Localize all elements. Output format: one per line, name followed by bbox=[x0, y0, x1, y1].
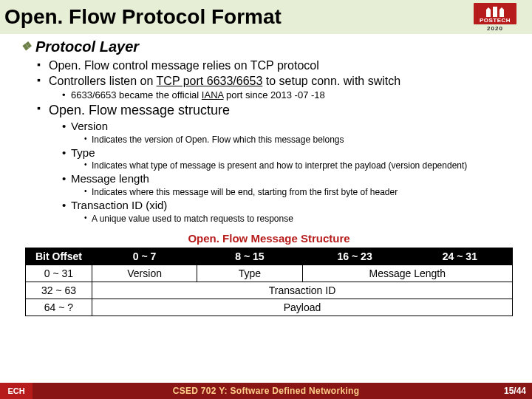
table-row: 32 ~ 63 Transaction ID bbox=[26, 282, 513, 299]
underlined-text: TCP port 6633/6653 bbox=[157, 75, 263, 87]
table-row: 0 ~ 31 Version Type Message Length bbox=[26, 265, 513, 282]
logo-year: 2020 bbox=[487, 25, 503, 32]
footer-bar: ECH CSED 702 Y: Software Defined Network… bbox=[0, 383, 532, 399]
list-item: Controllers listen on TCP port 6633/6653… bbox=[37, 74, 517, 101]
list-item: Indicates where this message will be end… bbox=[84, 187, 517, 198]
logo-badge: POSTECH bbox=[474, 3, 516, 24]
bullet-list-level2: Version Indicates the version of Open. F… bbox=[49, 120, 517, 225]
list-item: Message length Indicates where this mess… bbox=[62, 172, 517, 198]
bullet-list-level3: Indicates where this message will be end… bbox=[71, 187, 517, 198]
underlined-text: IANA bbox=[202, 89, 224, 100]
text: Message length bbox=[71, 172, 149, 185]
table-header: 16 ~ 23 bbox=[302, 248, 407, 265]
table-header: Bit Offset bbox=[26, 248, 92, 265]
section-title: Protocol Layer bbox=[35, 38, 139, 55]
message-structure-table: Bit Offset 0 ~ 7 8 ~ 15 16 ~ 23 24 ~ 31 … bbox=[25, 248, 513, 316]
table-cell: 64 ~ ? bbox=[26, 299, 92, 316]
text: to setup conn. with switch bbox=[262, 75, 400, 87]
content-area: ❖ Protocol Layer Open. Flow control mess… bbox=[0, 34, 532, 316]
table-title: Open. Flow Message Structure bbox=[21, 232, 517, 245]
text: Transaction ID (xid) bbox=[71, 199, 167, 211]
bullet-list-level1: Open. Flow control message relies on TCP… bbox=[21, 58, 517, 225]
footer-page-number: 15/44 bbox=[504, 386, 526, 396]
bullet-list-level3: Indicates the version of Open. Flow whic… bbox=[71, 134, 517, 146]
text: 6633/6653 became the official bbox=[71, 89, 202, 100]
table-cell: Message Length bbox=[302, 265, 513, 282]
bullet-list-level3: A unique value used to match requests to… bbox=[71, 214, 517, 225]
text: Version bbox=[71, 120, 108, 132]
text: Controllers listen on bbox=[49, 75, 157, 87]
list-item: Open. Flow control message relies on TCP… bbox=[37, 58, 517, 73]
table-header: 24 ~ 31 bbox=[407, 248, 512, 265]
table-row: 64 ~ ? Payload bbox=[26, 299, 513, 316]
text: Type bbox=[71, 146, 95, 159]
list-item: Type Indicates what type of message is p… bbox=[62, 146, 517, 172]
list-item: Open. Flow message structure Version Ind… bbox=[37, 102, 517, 225]
table-cell: 0 ~ 31 bbox=[26, 265, 92, 282]
bullet-list-level3: Indicates what type of message is presen… bbox=[71, 160, 517, 171]
slide-title: Open. Flow Protocol Format bbox=[4, 5, 282, 29]
table-cell: Payload bbox=[92, 299, 513, 316]
table-cell: Transaction ID bbox=[92, 282, 513, 299]
diamond-icon: ❖ bbox=[21, 39, 31, 53]
table-header-row: Bit Offset 0 ~ 7 8 ~ 15 16 ~ 23 24 ~ 31 bbox=[26, 248, 513, 265]
list-item: A unique value used to match requests to… bbox=[84, 214, 517, 225]
list-item: Transaction ID (xid) A unique value used… bbox=[62, 199, 517, 225]
list-item: Indicates what type of message is presen… bbox=[84, 160, 517, 171]
list-item: 6633/6653 became the official IANA port … bbox=[62, 89, 517, 101]
table-cell: 32 ~ 63 bbox=[26, 282, 92, 299]
table-header: 8 ~ 15 bbox=[197, 248, 302, 265]
table-cell: Type bbox=[197, 265, 302, 282]
logo: POSTECH 2020 bbox=[466, 3, 525, 31]
footer-course: CSED 702 Y: Software Defined Networking bbox=[0, 386, 532, 396]
footer-left-badge: ECH bbox=[0, 383, 33, 399]
table-header: 0 ~ 7 bbox=[92, 248, 197, 265]
text: Open. Flow message structure bbox=[49, 103, 230, 117]
logo-name: POSTECH bbox=[478, 17, 512, 24]
text: port since 2013 -07 -18 bbox=[223, 89, 324, 100]
bullet-list-level2: 6633/6653 became the official IANA port … bbox=[49, 89, 517, 101]
table-cell: Version bbox=[92, 265, 197, 282]
title-bar: Open. Flow Protocol Format bbox=[0, 0, 532, 34]
section-heading: ❖ Protocol Layer bbox=[21, 38, 517, 55]
list-item: Version Indicates the version of Open. F… bbox=[62, 120, 517, 146]
list-item: Indicates the version of Open. Flow whic… bbox=[84, 134, 517, 146]
